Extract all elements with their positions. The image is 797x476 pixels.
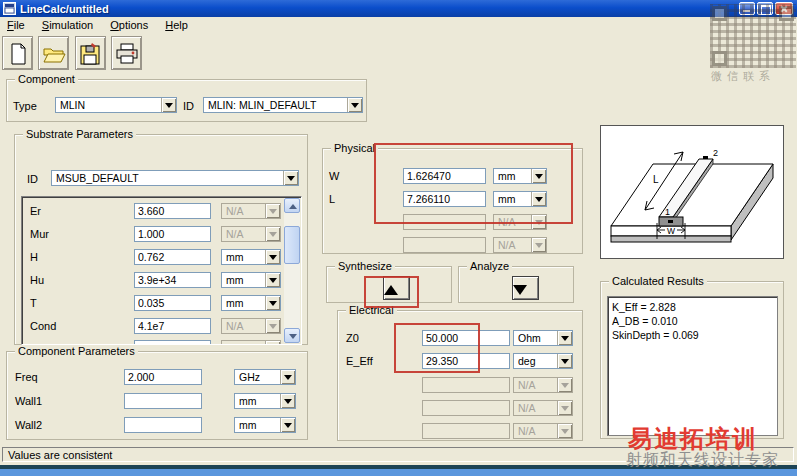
electrical-unit-3: N/A (513, 377, 573, 393)
results-group-label: Calculated Results (609, 275, 707, 287)
substrate-scrollbar[interactable] (284, 198, 300, 343)
wall2-input[interactable] (124, 417, 202, 433)
hu-input[interactable] (134, 272, 211, 288)
annotation-box-physical (374, 143, 573, 224)
analyze-button[interactable] (512, 276, 539, 300)
component-params-label: Component Parameters (15, 345, 138, 357)
down-arrow-icon (513, 285, 527, 302)
save-floppy-icon (79, 42, 101, 66)
menu-file[interactable]: File (0, 17, 32, 32)
annotation-box-electrical (394, 323, 480, 373)
physical-input-4 (403, 237, 486, 253)
printer-icon (115, 42, 139, 66)
app-icon (3, 2, 16, 15)
electrical-input-5 (422, 423, 510, 439)
result-line: K_Eff = 2.828 (612, 300, 773, 314)
chevron-down-icon[interactable] (280, 418, 295, 432)
chevron-down-icon[interactable] (347, 98, 362, 112)
wall2-row: Wall2 mm (7, 417, 307, 437)
chevron-down-icon (557, 424, 572, 438)
chevron-down-icon (265, 341, 280, 345)
scroll-up-icon[interactable] (284, 198, 300, 213)
substrate-row-er: Er N/A (22, 203, 301, 223)
er-input[interactable] (134, 203, 211, 219)
param-label: Mur (30, 228, 49, 240)
substrate-row-t: T mm (22, 295, 301, 315)
electrical-row-4: N/A (338, 400, 582, 420)
chevron-down-icon (531, 238, 546, 252)
analyze-label: Analyze (467, 260, 512, 272)
chevron-down-icon[interactable] (161, 98, 176, 112)
param-label: H (30, 251, 38, 263)
synthesize-label: Synthesize (335, 260, 395, 272)
wall1-input[interactable] (124, 393, 202, 409)
component-group-label: Component (15, 73, 78, 85)
h-unit-combo[interactable]: mm (221, 249, 281, 265)
electrical-row-5: N/A (338, 423, 582, 443)
print-button[interactable] (111, 36, 142, 70)
scrollbar-thumb[interactable] (284, 226, 300, 264)
result-line: A_DB = 0.010 (612, 314, 773, 328)
qr-finder-icon (779, 6, 794, 21)
microstrip-3d-drawing: L 1 2 W (601, 126, 783, 258)
electrical-row-3: N/A (338, 377, 582, 397)
chevron-down-icon[interactable] (283, 171, 298, 185)
save-button[interactable] (75, 36, 106, 70)
param-label: Hu (30, 274, 44, 286)
substrate-id-combo[interactable]: MSUB_DEFAULT (51, 170, 299, 186)
param-label: Er (30, 205, 41, 217)
cond-input[interactable] (134, 318, 211, 334)
mur-unit-combo: N/A (221, 226, 281, 242)
window-title: LineCalc/untitled (20, 3, 109, 15)
chevron-down-icon[interactable] (280, 370, 295, 384)
menu-simulation[interactable]: Simulation (35, 17, 100, 32)
z0-unit-combo[interactable]: Ohm (513, 330, 573, 346)
open-button[interactable] (38, 36, 69, 70)
chevron-down-icon (265, 227, 280, 241)
hu-unit-combo[interactable]: mm (221, 272, 281, 288)
eeff-unit-combo[interactable]: deg (513, 353, 573, 369)
new-button[interactable] (2, 36, 33, 70)
t-input[interactable] (134, 295, 211, 311)
substrate-param-list: Er N/A Mur N/A H mm (21, 196, 302, 345)
scroll-down-icon[interactable] (284, 328, 300, 343)
chevron-down-icon[interactable] (557, 331, 572, 345)
wall2-unit-combo[interactable]: mm (234, 417, 296, 433)
freq-unit-combo[interactable]: GHz (234, 369, 296, 385)
chevron-down-icon[interactable] (265, 296, 280, 310)
chevron-down-icon (265, 319, 280, 333)
wall1-unit-combo[interactable]: mm (234, 393, 296, 409)
status-text: Values are consistent (8, 449, 112, 461)
h-input[interactable] (134, 249, 211, 265)
menu-options[interactable]: Options (103, 17, 155, 32)
component-id-combo[interactable]: MLIN: MLIN_DEFAULT (203, 97, 363, 113)
chevron-down-icon (557, 401, 572, 415)
substrate-row-cond: Cond N/A (22, 318, 301, 338)
chevron-down-icon[interactable] (265, 273, 280, 287)
electrical-input-3 (422, 377, 510, 393)
wall1-row: Wall1 mm (7, 393, 307, 413)
qr-finder-icon (712, 51, 727, 66)
component-type-combo[interactable]: MLIN (55, 97, 177, 113)
title-bar[interactable]: LineCalc/untitled (0, 0, 797, 17)
er-unit-combo: N/A (221, 203, 281, 219)
mur-input[interactable] (134, 226, 211, 242)
analyze-group: Analyze (458, 266, 574, 303)
chevron-down-icon[interactable] (265, 250, 280, 264)
toolbar (2, 36, 143, 72)
open-folder-icon (42, 42, 66, 66)
menu-help[interactable]: Help (158, 17, 195, 32)
substrate-group-label: Substrate Parameters (23, 128, 136, 140)
qr-finder-icon (712, 6, 727, 21)
t-unit-combo[interactable]: mm (221, 295, 281, 311)
tand-input[interactable] (134, 340, 211, 345)
component-group: Component Type MLIN ID MLIN: MLIN_DEFAUL… (6, 79, 367, 122)
annotation-box-synthesize (364, 276, 419, 308)
freq-input[interactable] (124, 369, 202, 385)
tand-unit-combo (221, 340, 281, 345)
new-file-icon (7, 42, 29, 66)
chevron-down-icon[interactable] (280, 394, 295, 408)
physical-row-4: N/A (323, 237, 582, 257)
cond-unit-combo: N/A (221, 318, 281, 334)
chevron-down-icon[interactable] (557, 354, 572, 368)
